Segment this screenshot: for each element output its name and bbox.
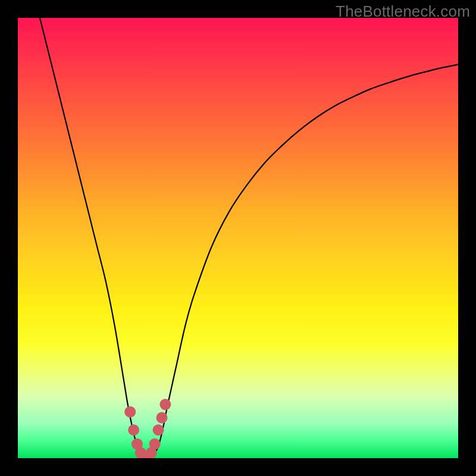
- valley-marker: [149, 439, 161, 450]
- chart-svg: [18, 18, 458, 458]
- valley-marker: [124, 406, 136, 418]
- bottleneck-curve: [40, 18, 458, 457]
- valley-marker: [153, 424, 164, 436]
- valley-marker: [128, 424, 139, 436]
- valley-marker: [156, 412, 167, 423]
- plot-area: [18, 18, 458, 458]
- valley-marker: [159, 399, 171, 410]
- valley-markers: [124, 399, 171, 458]
- chart-frame: TheBottleneck.com: [0, 0, 476, 476]
